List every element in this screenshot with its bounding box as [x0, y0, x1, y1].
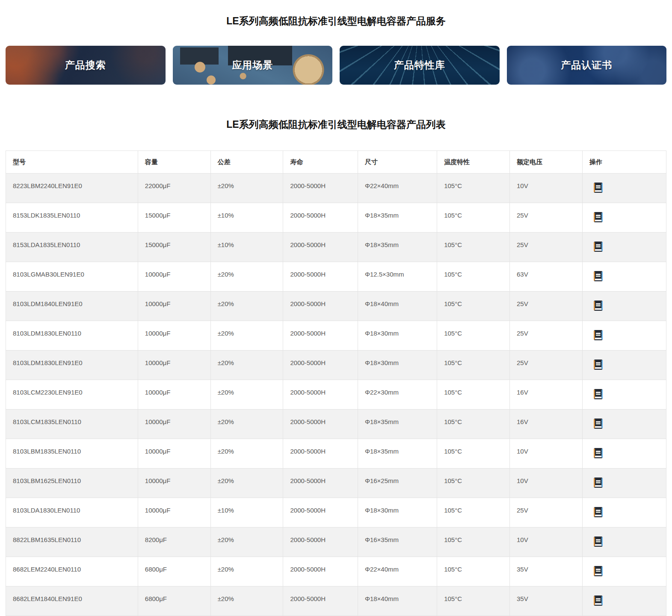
cell-size: Φ18×30mm	[358, 498, 437, 528]
view-datasheet-button[interactable]	[594, 241, 603, 252]
cell-voltage: 10V	[510, 528, 583, 557]
cell-life: 2000-5000H	[283, 587, 358, 616]
cell-life: 2000-5000H	[283, 380, 358, 410]
cell-life: 2000-5000H	[283, 439, 358, 469]
book-icon	[594, 241, 603, 252]
cell-voltage: 16V	[510, 380, 583, 410]
col-header-capacity: 容量	[138, 151, 210, 174]
cell-tolerance: ±10%	[210, 203, 283, 233]
cell-model: 8103LGMAB30LEN91E0	[6, 262, 138, 292]
view-datasheet-button[interactable]	[594, 566, 603, 577]
cell-temperature: 105°C	[437, 203, 510, 233]
cell-model: 8103LBM1835LEN0110	[6, 439, 138, 469]
cell-life: 2000-5000H	[283, 528, 358, 557]
banner-certificates[interactable]: 产品认证书	[507, 46, 667, 85]
cell-tolerance: ±20%	[210, 321, 283, 351]
cell-life: 2000-5000H	[283, 262, 358, 292]
cell-voltage: 10V	[510, 439, 583, 469]
banner-application-scenes[interactable]: 应用场景	[173, 46, 333, 85]
col-header-size: 尺寸	[358, 151, 437, 174]
cell-model: 8103LDM1830LEN91E0	[6, 351, 138, 380]
col-header-model: 型号	[6, 151, 138, 174]
book-icon	[594, 271, 603, 282]
product-table: 型号 容量 公差 寿命 尺寸 温度特性 额定电压 操作 8223LBM2240L…	[6, 150, 666, 616]
table-row: 8682LEM2240LEN01106800μF±20%2000-5000HΦ2…	[6, 557, 666, 587]
banner-feature-library[interactable]: 产品特性库	[340, 46, 500, 85]
cell-model: 8103LDM1830LEN0110	[6, 321, 138, 351]
view-datasheet-button[interactable]	[594, 448, 603, 459]
cell-capacity: 10000μF	[138, 498, 210, 528]
table-row: 8103LDA1830LEN011010000μF±10%2000-5000HΦ…	[6, 498, 666, 528]
cell-voltage: 25V	[510, 351, 583, 380]
cell-temperature: 105°C	[437, 410, 510, 439]
table-row: 8103LCM1835LEN011010000μF±20%2000-5000HΦ…	[6, 410, 666, 439]
book-icon	[594, 536, 603, 547]
view-datasheet-button[interactable]	[594, 507, 603, 518]
view-datasheet-button[interactable]	[594, 330, 603, 341]
view-datasheet-button[interactable]	[594, 300, 603, 311]
banner-feature-library-label: 产品特性库	[394, 59, 445, 72]
cell-model: 8822LBM1635LEN0110	[6, 528, 138, 557]
banner-application-scenes-label: 应用场景	[232, 59, 273, 72]
book-icon	[594, 359, 603, 370]
cell-temperature: 105°C	[437, 557, 510, 587]
cell-model: 8103LBM1625LEN0110	[6, 469, 138, 498]
view-datasheet-button[interactable]	[594, 212, 603, 223]
table-row: 8103LBM1625LEN011010000μF±20%2000-5000HΦ…	[6, 469, 666, 498]
view-datasheet-button[interactable]	[594, 389, 603, 400]
table-row: 8153LDA1835LEN011015000μF±10%2000-5000HΦ…	[6, 233, 666, 262]
cell-tolerance: ±10%	[210, 498, 283, 528]
cell-voltage: 10V	[510, 174, 583, 203]
view-datasheet-button[interactable]	[594, 595, 603, 606]
cell-life: 2000-5000H	[283, 351, 358, 380]
view-datasheet-button[interactable]	[594, 418, 603, 429]
cell-action	[582, 321, 666, 351]
cell-tolerance: ±10%	[210, 233, 283, 262]
table-row: 8682LEM1840LEN91E06800μF±20%2000-5000HΦ1…	[6, 587, 666, 616]
cell-capacity: 10000μF	[138, 262, 210, 292]
cell-model: 8103LDA1830LEN0110	[6, 498, 138, 528]
book-icon	[594, 566, 603, 577]
cell-size: Φ18×30mm	[358, 321, 437, 351]
cell-action	[582, 174, 666, 203]
banner-row: 产品搜索 应用场景 产品特性库 产品认证书	[0, 46, 672, 85]
cell-temperature: 105°C	[437, 498, 510, 528]
cell-temperature: 105°C	[437, 174, 510, 203]
cell-voltage: 63V	[510, 262, 583, 292]
cell-capacity: 10000μF	[138, 469, 210, 498]
cell-capacity: 10000μF	[138, 380, 210, 410]
cell-size: Φ22×40mm	[358, 174, 437, 203]
table-row: 8103LDM1830LEN011010000μF±20%2000-5000HΦ…	[6, 321, 666, 351]
view-datasheet-button[interactable]	[594, 359, 603, 370]
cell-size: Φ18×35mm	[358, 233, 437, 262]
cell-action	[582, 557, 666, 587]
view-datasheet-button[interactable]	[594, 477, 603, 488]
cell-temperature: 105°C	[437, 321, 510, 351]
book-icon	[594, 418, 603, 429]
cell-voltage: 35V	[510, 587, 583, 616]
cell-size: Φ18×35mm	[358, 439, 437, 469]
cell-size: Φ22×30mm	[358, 380, 437, 410]
cell-capacity: 6800μF	[138, 587, 210, 616]
col-header-action: 操作	[582, 151, 666, 174]
cell-capacity: 15000μF	[138, 203, 210, 233]
cell-temperature: 105°C	[437, 351, 510, 380]
table-row: 8223LBM2240LEN91E022000μF±20%2000-5000HΦ…	[6, 174, 666, 203]
cell-voltage: 25V	[510, 321, 583, 351]
banner-product-search[interactable]: 产品搜索	[6, 46, 166, 85]
cell-temperature: 105°C	[437, 292, 510, 321]
view-datasheet-button[interactable]	[594, 536, 603, 547]
list-title: LE系列高频低阻抗标准引线型电解电容器产品列表	[0, 85, 672, 131]
cell-capacity: 8200μF	[138, 528, 210, 557]
book-icon	[594, 507, 603, 518]
cell-temperature: 105°C	[437, 528, 510, 557]
cell-action	[582, 351, 666, 380]
cell-size: Φ12.5×30mm	[358, 262, 437, 292]
cell-tolerance: ±20%	[210, 292, 283, 321]
view-datasheet-button[interactable]	[594, 182, 603, 193]
cell-size: Φ18×40mm	[358, 587, 437, 616]
cell-model: 8103LCM1835LEN0110	[6, 410, 138, 439]
cell-capacity: 10000μF	[138, 351, 210, 380]
view-datasheet-button[interactable]	[594, 271, 603, 282]
cell-model: 8153LDA1835LEN0110	[6, 233, 138, 262]
